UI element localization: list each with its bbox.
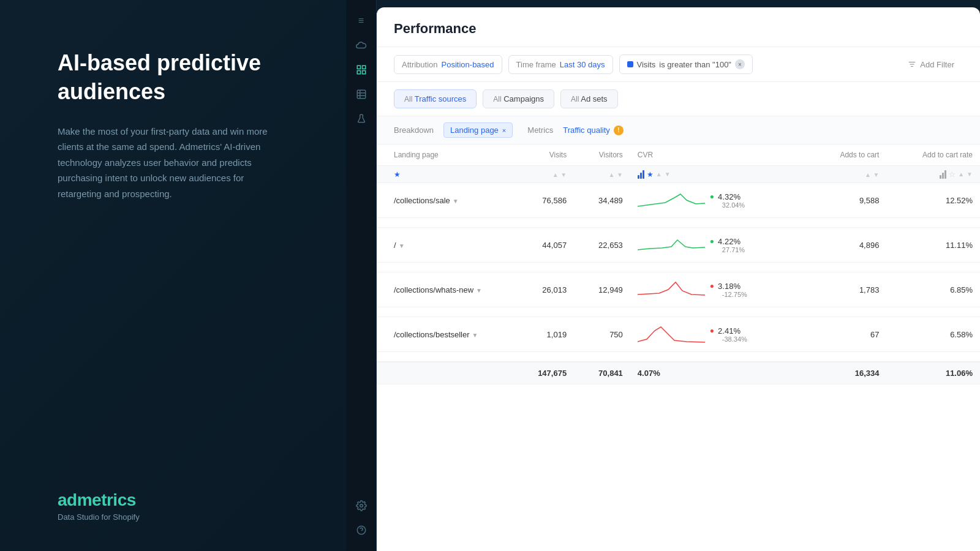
col-visits: Visits <box>511 144 574 166</box>
ad-sets-value: Ad sets <box>581 94 607 103</box>
filter-bar: Attribution Position-based Time frame La… <box>377 47 980 82</box>
table-controls-row: ★ ▲ ▼ ▲ ▼ <box>377 166 980 183</box>
totals-visitors: 70,841 <box>574 362 630 384</box>
rate-star-icon[interactable]: ☆ <box>949 170 956 179</box>
row-dropdown-arrow[interactable]: ▼ <box>399 242 405 249</box>
visitors-sort-desc[interactable]: ▼ <box>617 171 623 178</box>
table-header-row: Landing page Visits Visitors <box>377 144 980 166</box>
visits-value: 26,013 <box>511 272 574 307</box>
col-adds-to-cart: Adds to cart <box>809 144 887 166</box>
nav-cloud-icon[interactable] <box>350 34 372 56</box>
col-landing-page: Landing page <box>377 144 511 166</box>
visits-value: 76,586 <box>511 183 574 218</box>
sparkline-2 <box>638 277 705 302</box>
hero-headline: AI-based predictive audiences <box>58 49 309 107</box>
traffic-sources-value: Traffic sources <box>415 94 467 103</box>
landing-page-value: /collections/bestseller <box>394 330 470 339</box>
metrics-info-icon[interactable]: ! <box>614 126 624 135</box>
row-dropdown-arrow[interactable]: ▼ <box>476 287 482 294</box>
data-table: Landing page Visits Visitors <box>377 144 980 551</box>
traffic-sources-tab[interactable]: All Traffic sources <box>394 89 477 108</box>
row-dropdown-arrow[interactable]: ▼ <box>472 332 478 339</box>
cvr-chart-icon <box>638 170 644 179</box>
visits-filter-close[interactable]: × <box>735 59 745 69</box>
breakdown-chip[interactable]: Landing page × <box>443 122 513 138</box>
nav-settings-icon[interactable] <box>350 495 372 517</box>
attribution-filter[interactable]: Attribution Position-based <box>394 55 502 74</box>
timeframe-label: Time frame <box>516 60 556 69</box>
visitors-value: 750 <box>574 317 630 352</box>
main-content: Performance Attribution Position-based T… <box>377 7 980 551</box>
breakdown-chip-close[interactable]: × <box>502 127 506 134</box>
page-header: Performance <box>377 7 980 47</box>
rate-sort-asc[interactable]: ▲ <box>958 171 964 178</box>
col-cvr-label: CVR <box>638 151 653 159</box>
sparkline-0 <box>638 188 705 212</box>
cvr-percent: 4.22% <box>718 237 741 246</box>
cvr-dot: ● <box>710 326 714 335</box>
adds-to-cart-value: 67 <box>809 317 887 352</box>
add-to-cart-rate-value: 6.58% <box>886 317 980 352</box>
visits-filter[interactable]: Visits is greater than "100" × <box>619 54 753 74</box>
table-row: /▼44,05722,653 ● 4.22% 27.71% 4,89611.11… <box>377 228 980 263</box>
visits-label: Visits <box>637 60 656 69</box>
adds-sort-desc[interactable]: ▼ <box>873 171 880 178</box>
landing-page-value: / <box>394 241 396 250</box>
add-filter-button[interactable]: Add Filter <box>899 56 963 73</box>
campaigns-tab[interactable]: All Campaigns <box>483 89 554 108</box>
cvr-main-3: ● 2.41% <box>710 326 747 335</box>
timeframe-filter[interactable]: Time frame Last 30 days <box>508 55 613 74</box>
adds-sort-asc[interactable]: ▲ <box>865 171 871 178</box>
visits-sort-desc[interactable]: ▼ <box>560 171 567 178</box>
cvr-star-icon[interactable]: ★ <box>647 170 654 179</box>
col-adds-to-cart-label: Adds to cart <box>840 151 879 159</box>
breakdown-bar: Breakdown Landing page × Metrics Traffic… <box>377 116 980 144</box>
metrics-label: Metrics <box>527 126 553 135</box>
svg-rect-4 <box>357 90 366 99</box>
nav-flask-icon[interactable] <box>350 108 372 130</box>
landing-page-star-icon[interactable]: ★ <box>394 170 401 179</box>
add-to-cart-rate-value: 12.52% <box>886 183 980 218</box>
cvr-dot: ● <box>710 282 714 290</box>
col-visits-label: Visits <box>549 151 567 159</box>
brand: admetrics Data Studio for Shopify <box>58 490 140 522</box>
cvr-sub-1: 27.71% <box>722 246 745 253</box>
totals-adds-to-cart: 16,334 <box>809 362 887 384</box>
adds-to-cart-value: 4,896 <box>809 228 887 263</box>
cvr-main-0: ● 4.32% <box>710 192 745 201</box>
col-add-to-cart-rate: Add to cart rate <box>886 144 980 166</box>
cvr-percent: 4.32% <box>718 192 741 201</box>
cvr-dot: ● <box>710 237 714 246</box>
row-spacer <box>377 218 980 228</box>
ad-sets-tab[interactable]: All Ad sets <box>560 89 618 108</box>
row-dropdown-arrow[interactable]: ▼ <box>453 198 459 204</box>
segment-tabs: All Traffic sources All Campaigns All Ad… <box>377 82 980 116</box>
cvr-sort-desc[interactable]: ▼ <box>665 171 671 178</box>
campaigns-all-label: All <box>493 95 501 103</box>
performance-table: Landing page Visits Visitors <box>377 144 980 384</box>
table-row: /collections/sale▼76,58634,489 ● 4.32% 3… <box>377 183 980 218</box>
cvr-sort-asc[interactable]: ▲ <box>656 171 662 178</box>
rate-sort-desc[interactable]: ▼ <box>967 171 973 178</box>
totals-add-to-cart-rate: 11.06% <box>886 362 980 384</box>
page-title: Performance <box>394 21 963 37</box>
visits-value: 1,019 <box>511 317 574 352</box>
visits-dot <box>627 61 633 67</box>
nav-menu-icon[interactable]: ≡ <box>350 10 372 32</box>
nav-help-icon[interactable] <box>350 519 372 541</box>
row-spacer <box>377 263 980 272</box>
visits-sort-asc[interactable]: ▲ <box>552 171 559 178</box>
traffic-sources-all-label: All <box>404 95 412 103</box>
nav-grid-icon[interactable] <box>350 59 372 81</box>
cvr-percent: 3.18% <box>718 282 741 291</box>
nav-table-icon[interactable] <box>350 83 372 105</box>
adds-to-cart-value: 9,588 <box>809 183 887 218</box>
visitors-sort-asc[interactable]: ▲ <box>608 171 614 178</box>
totals-cvr: 4.07% <box>630 362 809 384</box>
add-filter-label: Add Filter <box>920 60 954 69</box>
visitors-value: 34,489 <box>574 183 630 218</box>
campaigns-value: Campaigns <box>503 94 544 103</box>
sidebar-nav: ≡ <box>346 0 377 551</box>
totals-visits: 147,675 <box>511 362 574 384</box>
ad-sets-all-label: All <box>571 95 579 103</box>
